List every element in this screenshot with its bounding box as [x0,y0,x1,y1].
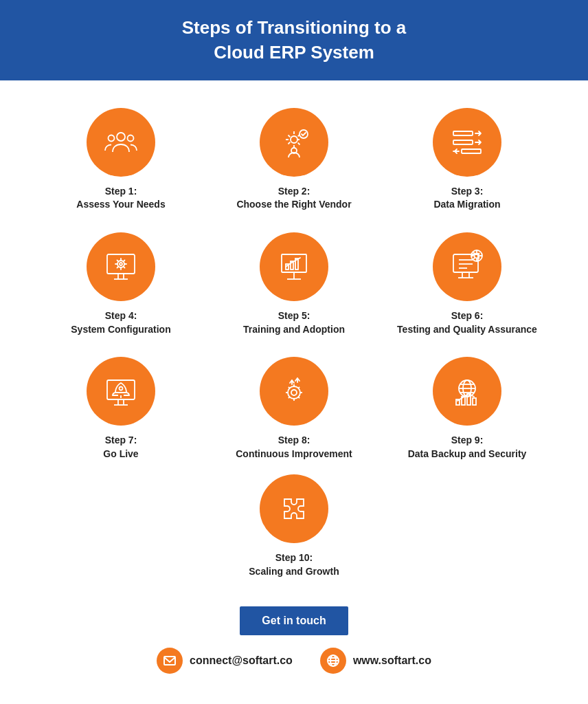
globe-icon-circle [320,648,346,674]
vendor-icon [276,124,312,160]
step-10-label: Step 10: Scaling and Growth [249,551,339,578]
step-2: Step 2: Choose the Right Vendor [214,108,374,212]
training-icon [276,249,312,285]
svg-point-35 [120,387,123,390]
step-4-circle [87,232,155,301]
step-4: Step 4: System Configuration [41,232,201,336]
steps-grid: Step 1: Assess Your Needs [41,108,547,461]
email-icon-circle [157,648,183,674]
users-icon [103,124,139,160]
step-5-label: Step 5: Training and Adoption [243,309,345,336]
step-5: Step 5: Training and Adoption [214,232,374,336]
step-1: Step 1: Assess Your Needs [41,108,201,212]
step-3-label: Step 3: Data Migration [433,185,500,212]
improvement-icon [276,373,312,409]
email-contact: connect@softart.co [157,648,293,674]
contact-row: connect@softart.co www.softart.co [157,648,431,674]
step-5-circle [260,232,328,301]
scaling-icon [276,491,312,527]
email-icon [163,654,177,668]
step-2-circle [260,108,328,177]
svg-rect-7 [453,140,473,144]
svg-point-38 [291,390,297,395]
email-text: connect@softart.co [190,654,293,667]
step-6: Step 6: Testing and Quality Assurance [387,232,547,336]
get-in-touch-button[interactable]: Get in touch [240,606,348,635]
step-1-circle [87,108,155,177]
step-1-label: Step 1: Assess Your Needs [76,185,165,212]
step-8-label: Step 8: Continuous Improvement [236,434,352,461]
svg-rect-6 [453,131,473,135]
step-9: Step 9: Data Backup and Security [387,357,547,461]
svg-point-2 [128,135,134,141]
migration-icon [449,124,485,160]
step-10: Step 10: Scaling and Growth [249,474,339,578]
svg-rect-47 [473,398,476,405]
website-text: www.softart.co [353,654,431,667]
step-3-circle [433,108,501,177]
step-9-label: Step 9: Data Backup and Security [408,434,527,461]
step-7-circle [87,357,155,426]
step-3: Step 3: Data Migration [387,108,547,212]
page-header: Steps of Transitioning to a Cloud ERP Sy… [0,0,588,80]
step-10-row: Step 10: Scaling and Growth [41,474,547,578]
step-7: Step 7: Go Live [41,357,201,461]
main-content: Step 1: Assess Your Needs [0,80,588,593]
svg-rect-9 [107,254,135,274]
svg-point-3 [291,136,297,143]
globe-icon [326,654,340,668]
step-7-label: Step 7: Go Live [103,434,138,461]
step-8-circle [260,357,328,426]
svg-point-14 [120,263,122,265]
config-icon [103,249,139,285]
svg-rect-8 [462,149,481,153]
svg-point-1 [109,135,115,141]
step-6-label: Step 6: Testing and Quality Assurance [397,309,537,336]
page-title: Steps of Transitioning to a Cloud ERP Sy… [27,15,561,65]
svg-point-0 [117,133,125,141]
step-4-label: Step 4: System Configuration [71,309,170,336]
step-9-circle [433,357,501,426]
launch-icon [103,373,139,409]
step-10-circle [260,474,328,543]
testing-icon [449,249,485,285]
website-contact: www.softart.co [320,648,431,674]
footer: Get in touch connect@softart.co [0,593,588,694]
backup-icon [449,373,485,409]
step-6-circle [433,232,501,301]
step-8: Step 8: Continuous Improvement [214,357,374,461]
step-2-label: Step 2: Choose the Right Vendor [236,185,351,212]
